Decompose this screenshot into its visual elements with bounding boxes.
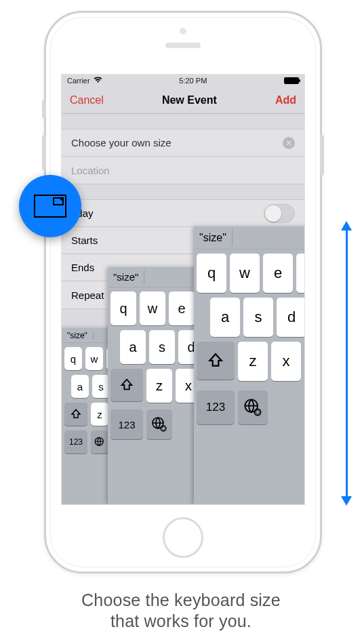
keyboard-preview-large: "size" q w e r a s d f — [194, 226, 305, 504]
resize-badge — [19, 175, 81, 237]
key-s[interactable]: s — [149, 330, 175, 364]
numeric-key[interactable]: 123 — [110, 409, 143, 439]
key-s[interactable]: s — [243, 298, 273, 337]
key-e[interactable]: e — [169, 291, 195, 325]
allday-row: l-day — [62, 200, 304, 227]
caption-line-2: that works for you. — [0, 611, 362, 632]
key-w[interactable]: w — [230, 254, 260, 293]
suggestion-text[interactable]: "size" — [199, 232, 226, 244]
home-button[interactable] — [163, 517, 203, 558]
wifi-icon — [94, 77, 102, 85]
key-q[interactable]: q — [197, 254, 226, 293]
key-q[interactable]: q — [110, 291, 136, 325]
add-button[interactable]: Add — [275, 94, 296, 106]
caption: Choose the keyboard size that works for … — [0, 590, 362, 632]
resize-icon — [34, 195, 66, 218]
battery-icon — [284, 77, 299, 84]
allday-switch[interactable] — [264, 204, 295, 223]
location-input[interactable] — [71, 165, 295, 176]
carrier-label: Carrier — [67, 77, 90, 85]
ends-label: Ends — [71, 262, 94, 273]
clock: 5:20 PM — [179, 77, 207, 85]
numeric-key[interactable]: 123 — [197, 390, 235, 424]
shift-key[interactable] — [197, 342, 235, 380]
suggestion-text[interactable]: "size" — [113, 271, 138, 283]
status-bar: Carrier 5:20 PM — [62, 75, 304, 87]
globe-icon[interactable] — [91, 430, 108, 454]
key-d[interactable]: d — [277, 298, 305, 337]
key-z[interactable]: z — [91, 403, 108, 426]
key-a[interactable]: a — [210, 298, 240, 337]
suggestion-text[interactable]: "size" — [67, 331, 87, 340]
mute-switch — [42, 100, 46, 119]
key-e[interactable]: e — [263, 254, 293, 293]
power-button — [320, 135, 324, 176]
key-w[interactable]: w — [140, 291, 165, 325]
key-z[interactable]: z — [238, 342, 268, 381]
globe-icon[interactable] — [238, 390, 268, 424]
key-q[interactable]: q — [64, 347, 82, 370]
numeric-key[interactable]: 123 — [64, 430, 87, 454]
location-row[interactable] — [62, 157, 304, 184]
front-camera — [180, 28, 186, 35]
volume-up — [42, 135, 46, 170]
screen: Carrier 5:20 PM Cancel New Event Add ✕ — [61, 74, 305, 505]
key-r[interactable]: r — [296, 254, 305, 293]
cancel-button[interactable]: Cancel — [70, 94, 104, 106]
title-input[interactable] — [71, 137, 283, 148]
clear-icon[interactable]: ✕ — [283, 137, 295, 149]
repeat-label: Repeat — [71, 289, 104, 301]
key-w[interactable]: w — [85, 347, 103, 370]
shift-key[interactable] — [110, 369, 143, 401]
caption-line-1: Choose the keyboard size — [0, 590, 362, 611]
nav-bar: Cancel New Event Add — [62, 87, 304, 114]
key-c[interactable]: c — [304, 342, 305, 381]
globe-icon[interactable] — [146, 409, 172, 439]
vertical-resize-arrow — [340, 221, 353, 506]
key-a[interactable]: a — [71, 375, 89, 398]
key-z[interactable]: z — [146, 369, 172, 403]
key-a[interactable]: a — [120, 330, 146, 364]
earpiece-speaker — [165, 43, 201, 48]
starts-label: Starts — [71, 235, 98, 246]
page-title: New Event — [162, 94, 217, 106]
shift-key[interactable] — [64, 403, 87, 426]
phone-frame: Carrier 5:20 PM Cancel New Event Add ✕ — [44, 11, 322, 573]
key-x[interactable]: x — [271, 342, 301, 381]
title-row[interactable]: ✕ — [62, 129, 304, 157]
